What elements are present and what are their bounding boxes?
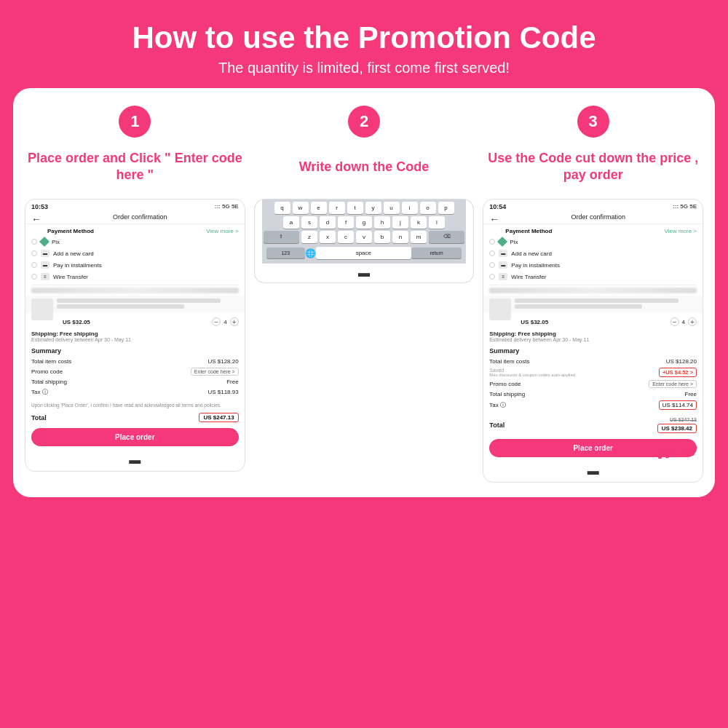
keyboard: q w e r t y u i o p a [262, 199, 467, 264]
home-indicator-3: ▬ [483, 462, 703, 482]
payment-wire-3: ≡ Wire Transfer [483, 271, 703, 282]
kbd-y[interactable]: y [365, 202, 381, 214]
product-line-1 [57, 298, 221, 303]
kbd-w[interactable]: w [293, 202, 309, 214]
total-value-3: US $238.42 [657, 424, 697, 433]
kbd-b[interactable]: b [374, 231, 390, 243]
step-2-col: 2 Write down the Code 10:56 ::: 5G 5E ← … [254, 106, 475, 483]
payment-install-1: ▬ Pay in installments [25, 259, 245, 271]
install-icon-1: ▬ [41, 261, 50, 269]
kbd-h[interactable]: h [374, 216, 390, 229]
kbd-n[interactable]: n [392, 231, 408, 243]
kbd-shift[interactable]: ⇧ [264, 231, 299, 243]
tax-value-3: US $114.74 [659, 400, 697, 410]
step-1-badge: 1 [119, 106, 151, 138]
blurred-bar-3 [489, 288, 697, 293]
kbd-f[interactable]: f [338, 216, 354, 229]
kbd-space[interactable]: space [316, 247, 411, 259]
step-3-badge: 3 [577, 106, 609, 138]
kbd-c[interactable]: c [338, 231, 354, 243]
kbd-t[interactable]: t [347, 202, 363, 214]
phone-3-status: 10:54 ::: 5G 5E [483, 199, 703, 212]
payment-wire-1: ≡ Wire Transfer [25, 271, 245, 282]
phone-1-signal: ::: 5G 5E [215, 203, 239, 210]
page-title: How to use the Promotion Code [15, 20, 713, 55]
total-row-3: Total US $247.13 US $238.42 [483, 414, 703, 436]
qty-minus-1[interactable]: − [212, 317, 221, 326]
radio-pix-1 [31, 239, 37, 245]
kbd-o[interactable]: o [420, 202, 436, 214]
kbd-i[interactable]: i [402, 202, 418, 214]
product-price-3: US $32.05 − 4 + [515, 315, 703, 328]
radio-wire-1 [31, 274, 37, 280]
product-thumb-3 [489, 298, 511, 320]
step-2-badge: 2 [348, 106, 380, 138]
card-icon-1: ▬ [41, 250, 50, 257]
home-indicator-1: ▬ [25, 451, 245, 471]
kbd-j[interactable]: j [392, 216, 408, 229]
terms-1: Upon clicking 'Place Order', I confirm I… [25, 400, 245, 410]
kbd-u[interactable]: u [384, 202, 400, 214]
kbd-g[interactable]: g [356, 216, 372, 229]
page-subtitle: The quantity is limited, first come firs… [15, 60, 713, 76]
kbd-d[interactable]: d [320, 216, 336, 229]
phone-1-status: 10:53 ::: 5G 5E [25, 199, 245, 212]
qty-plus-1[interactable]: + [230, 317, 239, 326]
phone-3-signal: ::: 5G 5E [673, 203, 697, 210]
kbd-k[interactable]: k [411, 216, 427, 229]
kbd-p[interactable]: p [438, 202, 454, 214]
back-arrow-icon-3: ← [489, 213, 499, 225]
step-1-title: Place order and Click " Enter code here … [25, 145, 245, 189]
kbd-v[interactable]: v [356, 231, 372, 243]
kbd-backspace[interactable]: ⌫ [429, 231, 464, 243]
pix-icon-3 [497, 237, 507, 247]
page-header: How to use the Promotion Code The quanti… [0, 0, 728, 88]
kbd-e[interactable]: e [311, 202, 327, 214]
payment-method-label-3: Payment Method View more > [499, 224, 703, 236]
wow-label: Wow [655, 440, 697, 464]
kbd-globe-icon[interactable]: 🌐 [305, 248, 316, 258]
kbd-s[interactable]: s [301, 216, 317, 229]
phone-3-time: 10:54 [489, 203, 506, 210]
kbd-m[interactable]: m [411, 231, 427, 243]
step-1-phone: 10:53 ::: 5G 5E ← Order confirmation Pay… [25, 199, 245, 472]
step-3-col: 3 Use the Code cut down the price , pay … [483, 106, 703, 483]
shipping-row-3: Shipping: Free shipping Estimated delive… [483, 328, 703, 344]
kbd-return[interactable]: return [411, 248, 462, 258]
qty-minus-3[interactable]: − [670, 317, 679, 326]
payment-method-label-1: Payment Method View more > [41, 224, 245, 236]
qty-control-1: − 4 + [212, 317, 238, 326]
product-price-1: US $32.05 − 4 + [57, 315, 245, 328]
step-2-phone: 10:56 ::: 5G 5E ← Order confirmation Pay… [254, 199, 475, 283]
radio-card-1 [31, 250, 37, 256]
payment-card-1: ▬ Add a new card [25, 248, 245, 259]
phone-3-header: ← Order confirmation [483, 212, 703, 224]
kbd-z[interactable]: z [301, 231, 317, 243]
phone-3-screen-title: Order confirmation [571, 213, 625, 221]
kbd-l[interactable]: l [429, 216, 445, 229]
kbd-x[interactable]: x [320, 231, 336, 243]
kbd-q[interactable]: q [274, 202, 290, 214]
product-info-1 [57, 298, 239, 310]
product-line-2 [57, 304, 184, 309]
enter-code-btn-1[interactable]: Enter code here > [191, 368, 239, 376]
qty-plus-3[interactable]: + [688, 317, 697, 326]
product-info-3 [515, 298, 697, 310]
kbd-r[interactable]: r [329, 202, 345, 214]
total-items-row-1: Total item costs US $128.20 [31, 357, 239, 366]
place-order-btn-1[interactable]: Place order [31, 428, 239, 446]
phone-1-screen-title: Order confirmation [113, 213, 167, 221]
payment-pix-3: Pix [483, 236, 703, 248]
promo-row-3: Promo code Enter code here > [489, 379, 697, 389]
shipping-summary-3: Total shipping Free [489, 389, 697, 399]
radio-install-1 [31, 262, 37, 268]
summary-section-1: Summary Total item costs US $128.20 Prom… [25, 344, 245, 400]
promo-modal-overlay: APPLY PROMO CODE ✕ A promo code is a com… [255, 199, 474, 282]
tax-row-1: Tax ⓘ US $118.93 [31, 387, 239, 397]
enter-code-btn-3[interactable]: Enter code here > [649, 380, 697, 388]
kbd-123[interactable]: 123 [266, 248, 305, 258]
promo-row-1: Promo code Enter code here > [31, 366, 239, 377]
payment-card-3: ▬ Add a new card [483, 248, 703, 259]
kbd-a[interactable]: a [283, 216, 299, 229]
tax-row-3: Tax ⓘ US $114.74 [489, 399, 697, 411]
